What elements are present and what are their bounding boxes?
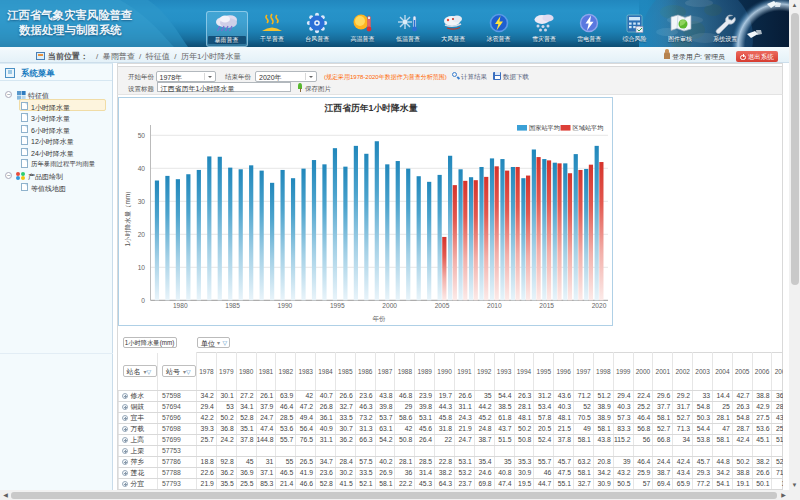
svg-text:2015: 2015 <box>539 302 554 309</box>
svg-text:江西省历年1小时降水量: 江西省历年1小时降水量 <box>324 103 418 113</box>
svg-text:2020: 2020 <box>592 302 607 309</box>
svg-text:2005: 2005 <box>435 302 450 309</box>
svg-text:10: 10 <box>138 264 146 271</box>
svg-text:20: 20 <box>138 231 146 238</box>
svg-text:40: 40 <box>138 165 146 172</box>
svg-text:国家站平均: 国家站平均 <box>529 124 560 132</box>
svg-text:1990: 1990 <box>278 302 293 309</box>
svg-text:2000: 2000 <box>382 302 397 309</box>
svg-text:年份: 年份 <box>372 315 386 323</box>
svg-text:1小时降水量（mm）: 1小时降水量（mm） <box>124 188 132 247</box>
svg-text:0: 0 <box>141 297 145 304</box>
svg-text:区域站平均: 区域站平均 <box>573 124 604 132</box>
svg-text:1995: 1995 <box>330 302 345 309</box>
svg-text:1985: 1985 <box>225 302 240 309</box>
svg-text:1980: 1980 <box>173 302 188 309</box>
svg-text:50: 50 <box>138 132 146 139</box>
svg-text:2010: 2010 <box>487 302 502 309</box>
svg-text:30: 30 <box>138 198 146 205</box>
